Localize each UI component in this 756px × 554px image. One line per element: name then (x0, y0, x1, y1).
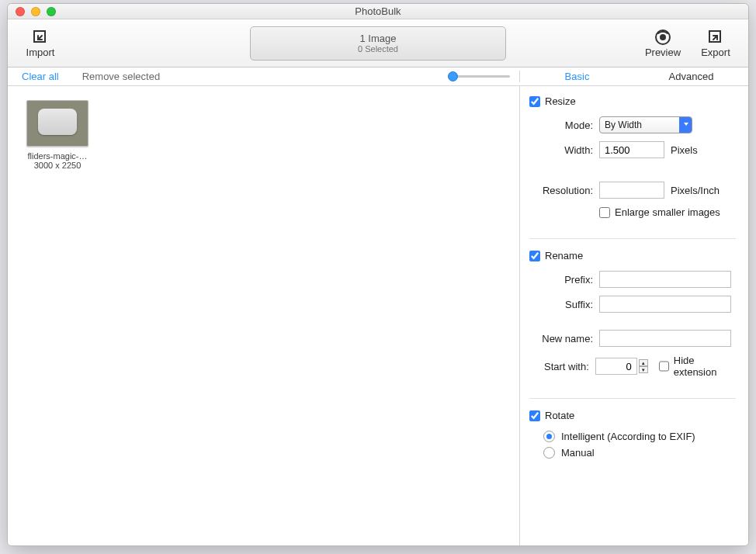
thumb-filename: fliders-magic-… (22, 151, 93, 161)
rotate-manual-radio[interactable]: Manual (543, 447, 736, 459)
startwith-label: Start with: (529, 361, 595, 372)
clear-all-link[interactable]: Clear all (22, 71, 59, 82)
resolution-input[interactable] (599, 182, 664, 199)
export-label: Export (701, 47, 730, 58)
rename-section: Rename Prefix: Suffix: New name: Start w… (529, 250, 736, 399)
image-gallery[interactable]: fliders-magic-… 3000 x 2250 (8, 86, 520, 545)
newname-label: New name: (529, 333, 599, 345)
main-area: fliders-magic-… 3000 x 2250 Resize Mode:… (8, 86, 748, 545)
radio-unchecked-icon (543, 447, 555, 459)
resize-section: Resize Mode: By Width Width: Pixels Reso… (529, 95, 736, 239)
settings-tabs: Basic Advanced (520, 68, 748, 86)
rotate-intelligent-radio[interactable]: Intelligent (According to EXIF) (543, 431, 736, 442)
traffic-lights (8, 7, 56, 16)
resize-title: Resize (545, 95, 576, 107)
rotate-checkbox-input[interactable] (529, 410, 540, 421)
sub-toolbar: Clear all Remove selected Basic Advanced (8, 68, 748, 86)
window-title: PhotoBulk (8, 5, 748, 17)
hideext-checkbox[interactable]: Hide extension (659, 355, 736, 378)
prefix-input[interactable] (599, 271, 731, 288)
status-selected: 0 Selected (358, 44, 398, 54)
settings-panel: Resize Mode: By Width Width: Pixels Reso… (520, 86, 748, 545)
width-input[interactable] (599, 141, 664, 158)
tab-advanced[interactable]: Advanced (634, 68, 748, 86)
suffix-input[interactable] (599, 296, 731, 313)
thumb-image (26, 100, 88, 147)
prefix-label: Prefix: (529, 274, 599, 286)
export-icon (706, 28, 725, 47)
enlarge-label: Enlarge smaller images (615, 206, 720, 218)
radio-checked-icon (543, 431, 555, 442)
hideext-checkbox-input[interactable] (659, 361, 669, 372)
hideext-label: Hide extension (674, 355, 736, 378)
resolution-label: Resolution: (529, 185, 599, 196)
newname-input[interactable] (599, 330, 731, 347)
resolution-unit: Pixels/Inch (671, 185, 720, 196)
rename-checkbox[interactable]: Rename (529, 250, 736, 261)
width-label: Width: (529, 144, 599, 156)
resize-checkbox[interactable]: Resize (529, 95, 736, 107)
resize-checkbox-input[interactable] (529, 96, 540, 107)
tab-basic[interactable]: Basic (520, 68, 634, 86)
rotate-manual-label: Manual (561, 447, 595, 459)
startwith-input[interactable] (595, 358, 637, 375)
remove-selected-link[interactable]: Remove selected (82, 71, 160, 82)
thumb-dimensions: 3000 x 2250 (22, 161, 93, 170)
preview-button[interactable]: Preview (640, 28, 686, 58)
import-label: Import (26, 47, 55, 58)
status-count: 1 Image (360, 33, 397, 44)
gallery-thumb[interactable]: fliders-magic-… 3000 x 2250 (22, 100, 93, 170)
mode-select[interactable]: By Width (599, 116, 692, 133)
toolbar: Import 1 Image 0 Selected Preview Export (8, 19, 748, 68)
gallery-actions: Clear all Remove selected (8, 71, 520, 82)
stepper-up-icon[interactable]: ▴ (639, 359, 648, 366)
startwith-stepper[interactable]: ▴ ▾ (639, 359, 648, 373)
rotate-intelligent-label: Intelligent (According to EXIF) (561, 431, 695, 442)
status-pill: 1 Image 0 Selected (250, 26, 506, 61)
zoom-window-button[interactable] (47, 7, 56, 16)
rotate-checkbox[interactable]: Rotate (529, 410, 736, 421)
enlarge-checkbox[interactable]: Enlarge smaller images (599, 206, 720, 218)
titlebar: PhotoBulk (8, 4, 748, 19)
rename-checkbox-input[interactable] (529, 251, 540, 261)
stepper-down-icon[interactable]: ▾ (639, 366, 648, 373)
mode-value: By Width (605, 119, 642, 130)
minimize-window-button[interactable] (31, 7, 40, 16)
suffix-label: Suffix: (529, 299, 599, 310)
rotate-section: Rotate Intelligent (According to EXIF) M… (529, 410, 736, 459)
svg-point-1 (661, 35, 665, 40)
import-icon (31, 28, 50, 47)
mode-label: Mode: (529, 119, 599, 131)
thumbnail-zoom-slider[interactable] (448, 75, 510, 78)
rename-title: Rename (545, 250, 583, 261)
rotate-title: Rotate (545, 410, 574, 421)
app-window: PhotoBulk Import 1 Image 0 Selected Prev… (7, 3, 749, 546)
preview-icon (654, 28, 672, 47)
export-button[interactable]: Export (692, 28, 739, 58)
import-button[interactable]: Import (17, 28, 64, 58)
preview-label: Preview (645, 47, 681, 58)
close-window-button[interactable] (16, 7, 25, 16)
enlarge-checkbox-input[interactable] (599, 207, 610, 218)
width-unit: Pixels (671, 144, 698, 156)
